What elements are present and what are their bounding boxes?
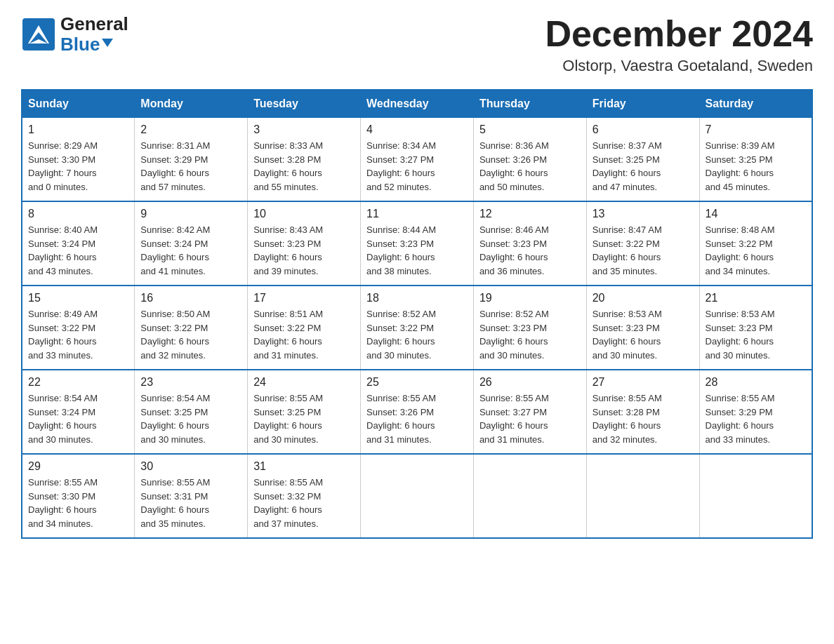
- calendar-header-saturday: Saturday: [699, 90, 812, 118]
- calendar-day-cell: 16 Sunrise: 8:50 AMSunset: 3:22 PMDaylig…: [135, 286, 248, 370]
- calendar-week-row: 1 Sunrise: 8:29 AMSunset: 3:30 PMDayligh…: [22, 118, 812, 202]
- calendar-day-cell: [473, 454, 586, 538]
- day-info: Sunrise: 8:43 AMSunset: 3:23 PMDaylight:…: [253, 224, 323, 276]
- day-number: 16: [140, 292, 241, 304]
- calendar-day-cell: 6 Sunrise: 8:37 AMSunset: 3:25 PMDayligh…: [586, 118, 699, 202]
- day-info: Sunrise: 8:53 AMSunset: 3:23 PMDaylight:…: [593, 309, 662, 361]
- day-info: Sunrise: 8:52 AMSunset: 3:23 PMDaylight:…: [479, 309, 549, 361]
- calendar-day-cell: 21 Sunrise: 8:53 AMSunset: 3:23 PMDaylig…: [699, 286, 812, 370]
- day-info: Sunrise: 8:42 AMSunset: 3:24 PMDaylight:…: [140, 224, 210, 276]
- day-info: Sunrise: 8:29 AMSunset: 3:30 PMDaylight:…: [28, 140, 98, 192]
- calendar-header-sunday: Sunday: [22, 90, 135, 118]
- calendar-day-cell: 19 Sunrise: 8:52 AMSunset: 3:23 PMDaylig…: [473, 286, 586, 370]
- page-header: General Blue December 2024 Olstorp, Vaes…: [21, 14, 813, 75]
- calendar-day-cell: 25 Sunrise: 8:55 AMSunset: 3:26 PMDaylig…: [361, 370, 474, 454]
- calendar-day-cell: 4 Sunrise: 8:34 AMSunset: 3:27 PMDayligh…: [361, 118, 474, 202]
- calendar-day-cell: 30 Sunrise: 8:55 AMSunset: 3:31 PMDaylig…: [135, 454, 248, 538]
- title-area: December 2024 Olstorp, Vaestra Goetaland…: [545, 14, 813, 75]
- day-info: Sunrise: 8:55 AMSunset: 3:25 PMDaylight:…: [253, 393, 323, 445]
- day-number: 5: [479, 123, 581, 136]
- day-number: 2: [140, 123, 241, 136]
- calendar-day-cell: 23 Sunrise: 8:54 AMSunset: 3:25 PMDaylig…: [135, 370, 248, 454]
- calendar-day-cell: 11 Sunrise: 8:44 AMSunset: 3:23 PMDaylig…: [361, 201, 474, 286]
- day-number: 12: [479, 208, 581, 220]
- day-info: Sunrise: 8:46 AMSunset: 3:23 PMDaylight:…: [479, 224, 549, 276]
- day-info: Sunrise: 8:34 AMSunset: 3:27 PMDaylight:…: [366, 140, 436, 192]
- logo-general-text: General: [60, 14, 128, 34]
- logo: General Blue: [21, 14, 128, 54]
- day-number: 25: [366, 376, 468, 389]
- day-info: Sunrise: 8:39 AMSunset: 3:25 PMDaylight:…: [706, 140, 775, 192]
- day-number: 20: [593, 292, 694, 304]
- day-info: Sunrise: 8:54 AMSunset: 3:24 PMDaylight:…: [28, 393, 98, 445]
- day-number: 29: [28, 460, 128, 473]
- calendar-week-row: 29 Sunrise: 8:55 AMSunset: 3:30 PMDaylig…: [22, 454, 812, 538]
- calendar-day-cell: 14 Sunrise: 8:48 AMSunset: 3:22 PMDaylig…: [699, 201, 812, 286]
- calendar-header-monday: Monday: [135, 90, 248, 118]
- day-number: 6: [593, 123, 694, 136]
- calendar-day-cell: 12 Sunrise: 8:46 AMSunset: 3:23 PMDaylig…: [473, 201, 586, 286]
- calendar-day-cell: 2 Sunrise: 8:31 AMSunset: 3:29 PMDayligh…: [135, 118, 248, 202]
- calendar-day-cell: 27 Sunrise: 8:55 AMSunset: 3:28 PMDaylig…: [586, 370, 699, 454]
- day-number: 19: [479, 292, 581, 304]
- day-info: Sunrise: 8:40 AMSunset: 3:24 PMDaylight:…: [28, 224, 98, 276]
- calendar-day-cell: 24 Sunrise: 8:55 AMSunset: 3:25 PMDaylig…: [248, 370, 361, 454]
- day-number: 27: [593, 376, 694, 389]
- calendar-day-cell: 3 Sunrise: 8:33 AMSunset: 3:28 PMDayligh…: [248, 118, 361, 202]
- calendar-day-cell: 22 Sunrise: 8:54 AMSunset: 3:24 PMDaylig…: [22, 370, 135, 454]
- day-info: Sunrise: 8:55 AMSunset: 3:26 PMDaylight:…: [366, 393, 436, 445]
- location-subtitle: Olstorp, Vaestra Goetaland, Sweden: [545, 57, 813, 75]
- day-info: Sunrise: 8:49 AMSunset: 3:22 PMDaylight:…: [28, 309, 98, 361]
- day-info: Sunrise: 8:55 AMSunset: 3:28 PMDaylight:…: [593, 393, 662, 445]
- day-number: 22: [28, 376, 128, 389]
- calendar-day-cell: 13 Sunrise: 8:47 AMSunset: 3:22 PMDaylig…: [586, 201, 699, 286]
- calendar-day-cell: 1 Sunrise: 8:29 AMSunset: 3:30 PMDayligh…: [22, 118, 135, 202]
- calendar-day-cell: 31 Sunrise: 8:55 AMSunset: 3:32 PMDaylig…: [248, 454, 361, 538]
- day-number: 15: [28, 292, 128, 304]
- day-number: 1: [28, 123, 128, 136]
- calendar-day-cell: 17 Sunrise: 8:51 AMSunset: 3:22 PMDaylig…: [248, 286, 361, 370]
- day-number: 17: [253, 292, 355, 304]
- day-number: 10: [253, 208, 355, 220]
- calendar-day-cell: 29 Sunrise: 8:55 AMSunset: 3:30 PMDaylig…: [22, 454, 135, 538]
- day-info: Sunrise: 8:54 AMSunset: 3:25 PMDaylight:…: [140, 393, 210, 445]
- calendar-day-cell: 20 Sunrise: 8:53 AMSunset: 3:23 PMDaylig…: [586, 286, 699, 370]
- calendar-day-cell: [586, 454, 699, 538]
- day-number: 8: [28, 208, 128, 220]
- day-info: Sunrise: 8:48 AMSunset: 3:22 PMDaylight:…: [706, 224, 775, 276]
- calendar-table: SundayMondayTuesdayWednesdayThursdayFrid…: [21, 89, 813, 539]
- calendar-header-row: SundayMondayTuesdayWednesdayThursdayFrid…: [22, 90, 812, 118]
- day-number: 28: [706, 376, 806, 389]
- calendar-header-thursday: Thursday: [473, 90, 586, 118]
- day-number: 9: [140, 208, 241, 220]
- logo-blue-text: Blue: [60, 34, 128, 55]
- day-number: 30: [140, 460, 241, 473]
- logo-label: General Blue: [60, 14, 128, 54]
- day-number: 26: [479, 376, 581, 389]
- calendar-header-tuesday: Tuesday: [248, 90, 361, 118]
- day-number: 13: [593, 208, 694, 220]
- calendar-day-cell: 26 Sunrise: 8:55 AMSunset: 3:27 PMDaylig…: [473, 370, 586, 454]
- day-info: Sunrise: 8:50 AMSunset: 3:22 PMDaylight:…: [140, 309, 210, 361]
- day-number: 14: [706, 208, 806, 220]
- calendar-day-cell: 10 Sunrise: 8:43 AMSunset: 3:23 PMDaylig…: [248, 201, 361, 286]
- day-number: 18: [366, 292, 468, 304]
- calendar-week-row: 15 Sunrise: 8:49 AMSunset: 3:22 PMDaylig…: [22, 286, 812, 370]
- day-info: Sunrise: 8:55 AMSunset: 3:32 PMDaylight:…: [253, 477, 323, 529]
- calendar-day-cell: [361, 454, 474, 538]
- calendar-day-cell: 18 Sunrise: 8:52 AMSunset: 3:22 PMDaylig…: [361, 286, 474, 370]
- logo-icon: [21, 17, 56, 52]
- day-info: Sunrise: 8:47 AMSunset: 3:22 PMDaylight:…: [593, 224, 662, 276]
- calendar-day-cell: 5 Sunrise: 8:36 AMSunset: 3:26 PMDayligh…: [473, 118, 586, 202]
- day-number: 4: [366, 123, 468, 136]
- day-info: Sunrise: 8:52 AMSunset: 3:22 PMDaylight:…: [366, 309, 436, 361]
- calendar-day-cell: 15 Sunrise: 8:49 AMSunset: 3:22 PMDaylig…: [22, 286, 135, 370]
- calendar-day-cell: 8 Sunrise: 8:40 AMSunset: 3:24 PMDayligh…: [22, 201, 135, 286]
- calendar-day-cell: [699, 454, 812, 538]
- calendar-week-row: 22 Sunrise: 8:54 AMSunset: 3:24 PMDaylig…: [22, 370, 812, 454]
- day-number: 23: [140, 376, 241, 389]
- day-number: 11: [366, 208, 468, 220]
- calendar-week-row: 8 Sunrise: 8:40 AMSunset: 3:24 PMDayligh…: [22, 201, 812, 286]
- day-info: Sunrise: 8:55 AMSunset: 3:27 PMDaylight:…: [479, 393, 549, 445]
- logo-arrow-icon: [102, 39, 113, 47]
